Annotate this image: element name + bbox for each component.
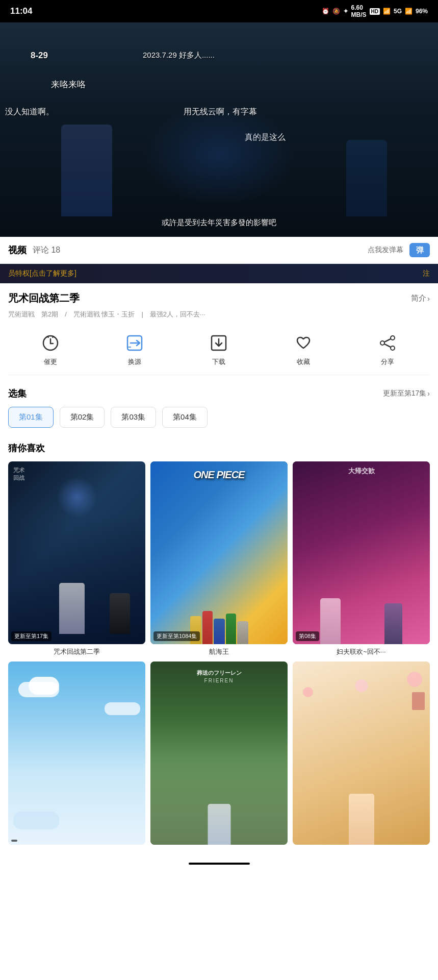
member-banner-left[interactable]: 员特权[点击了解更多] — [8, 269, 76, 278]
recommend-item-jujutsu[interactable]: 咒术回战 更新至第17集 咒术回战第二季 — [8, 461, 145, 657]
svg-point-8 — [391, 346, 395, 350]
bluetooth-icon: ✦ — [343, 8, 348, 15]
video-player[interactable]: 8-29 2023.7.29 好多人...... 来咯来咯 没人知道啊。 用无线… — [0, 22, 438, 237]
episode-04-button[interactable]: 第04集 — [162, 407, 208, 428]
onepiece-name: 航海王 — [150, 647, 288, 656]
danmaku-icon[interactable]: 弹 — [409, 243, 430, 257]
recommend-thumb-jujutsu: 咒术回战 更新至第17集 — [8, 461, 145, 645]
member-banner-right: 注 — [423, 269, 430, 278]
status-bar: 11:04 ⏰ 🔕 ✦ 6.60MB/S HD 📶 5G 📶 96% — [0, 0, 438, 22]
episode-update[interactable]: 更新至第17集 › — [383, 389, 430, 398]
member-banner[interactable]: 员特权[点击了解更多] 注 — [0, 264, 438, 283]
bell-mute-icon: 🔕 — [332, 8, 340, 15]
switch-source-label: 换源 — [128, 357, 141, 366]
danmaku-item: 没人知道啊。 — [5, 107, 54, 117]
danmaku-item: 8-29 — [31, 51, 48, 61]
anime-tags: 咒術迴戦 第2期 / 咒術迴戦 懐玉・玉折 | 最强2人，回不去··· — [8, 309, 430, 320]
remind-icon — [39, 332, 62, 354]
fufu-badge: 第08集 — [296, 631, 319, 641]
danmaku-send-button[interactable]: 点我发弹幕 — [368, 246, 403, 255]
video-tabs-bar: 视频 评论 18 点我发弹幕 弹 — [0, 237, 438, 264]
signal-bars-icon: 📶 — [405, 8, 413, 15]
danmaku-item: 2023.7.29 好多人...... — [143, 51, 215, 60]
speed-text: 6.60MB/S — [351, 4, 367, 18]
recommend-thumb-sky — [8, 662, 145, 845]
recommend-section: 猜你喜欢 咒术回战 更新至第17集 咒术回战第二季 — [0, 438, 438, 856]
episode-01-button[interactable]: 第01集 — [8, 407, 54, 428]
episode-02-button[interactable]: 第02集 — [60, 407, 105, 428]
status-time: 11:04 — [10, 6, 32, 16]
episode-title: 选集 — [8, 387, 27, 400]
share-icon — [376, 332, 399, 354]
jujutsu-badge: 更新至第17集 — [11, 631, 51, 641]
alarm-icon: ⏰ — [322, 8, 329, 15]
download-button[interactable]: 下载 — [208, 332, 230, 366]
switch-source-button[interactable]: 换源 — [123, 332, 146, 366]
chevron-right-icon: › — [427, 389, 430, 398]
episode-header: 选集 更新至第17集 › — [8, 387, 430, 400]
action-buttons: 催更 换源 下载 — [8, 328, 430, 375]
intro-link[interactable]: 简介 › — [411, 293, 430, 303]
svg-line-9 — [384, 339, 391, 342]
collect-icon — [292, 332, 315, 354]
wifi-icon: 📶 — [383, 8, 391, 15]
signal-5g-icon: 5G — [394, 8, 402, 15]
hd-badge: HD — [370, 8, 380, 15]
remind-button[interactable]: 催更 — [39, 332, 62, 366]
recommend-thumb-onepiece: ONE PIECE 更新至第1084集 — [150, 461, 288, 645]
fufu-name: 妇夫联欢~回不··· — [293, 647, 430, 656]
recommend-title: 猜你喜欢 — [8, 442, 430, 454]
anime-title: 咒术回战第二季 — [8, 291, 80, 305]
recommend-item-sky[interactable] — [8, 662, 145, 848]
home-indicator — [189, 863, 250, 865]
episode-list: 第01集 第02集 第03集 第04集 — [8, 407, 430, 430]
onepiece-badge: 更新至第1084集 — [153, 631, 200, 641]
remind-label: 催更 — [44, 357, 57, 366]
svg-line-10 — [384, 344, 391, 347]
tab-video[interactable]: 视频 — [8, 244, 27, 256]
tab-comment[interactable]: 评论 18 — [33, 245, 60, 256]
bottom-bar — [0, 856, 438, 871]
danmaku-overlay: 8-29 2023.7.29 好多人...... 来咯来咯 没人知道啊。 用无线… — [0, 22, 438, 237]
jujutsu-name: 咒术回战第二季 — [8, 647, 145, 656]
danmaku-item: 来咯来咯 — [51, 79, 86, 90]
chevron-right-icon: › — [427, 294, 430, 303]
recommend-thumb-frieren: 葬送のフリーレン FRIEREN — [150, 662, 288, 845]
recommend-item-anime4[interactable] — [293, 662, 430, 848]
collect-label: 收藏 — [297, 357, 310, 366]
video-subtitle: 或許是受到去年災害多發的影響吧 — [0, 218, 438, 228]
recommend-grid: 咒术回战 更新至第17集 咒术回战第二季 ONE PIECE — [8, 461, 430, 848]
share-label: 分享 — [381, 357, 394, 366]
download-icon — [208, 332, 230, 354]
collect-button[interactable]: 收藏 — [292, 332, 315, 366]
anime-title-row: 咒术回战第二季 简介 › — [8, 291, 430, 305]
episode-03-button[interactable]: 第03集 — [111, 407, 156, 428]
recommend-item-frieren[interactable]: 葬送のフリーレン FRIEREN — [150, 662, 288, 848]
svg-point-6 — [391, 336, 395, 340]
recommend-thumb-fufu: 大帰交歓 第08集 — [293, 461, 430, 645]
episode-section: 选集 更新至第17集 › 第01集 第02集 第03集 第04集 — [0, 379, 438, 438]
sky-badge — [11, 840, 17, 842]
status-icons: ⏰ 🔕 ✦ 6.60MB/S HD 📶 5G 📶 96% — [322, 4, 428, 18]
switch-source-icon — [123, 332, 146, 354]
recommend-thumb-anime4 — [293, 662, 430, 845]
anime-info-section: 咒术回战第二季 简介 › 咒術迴戦 第2期 / 咒術迴戦 懐玉・玉折 | 最强2… — [0, 283, 438, 379]
battery-text: 96% — [416, 8, 428, 15]
recommend-item-onepiece[interactable]: ONE PIECE 更新至第1084集 航海王 — [150, 461, 288, 657]
recommend-item-fufu[interactable]: 大帰交歓 第08集 妇夫联欢~回不··· — [293, 461, 430, 657]
share-button[interactable]: 分享 — [376, 332, 399, 366]
svg-point-7 — [380, 341, 384, 345]
download-label: 下载 — [212, 357, 225, 366]
